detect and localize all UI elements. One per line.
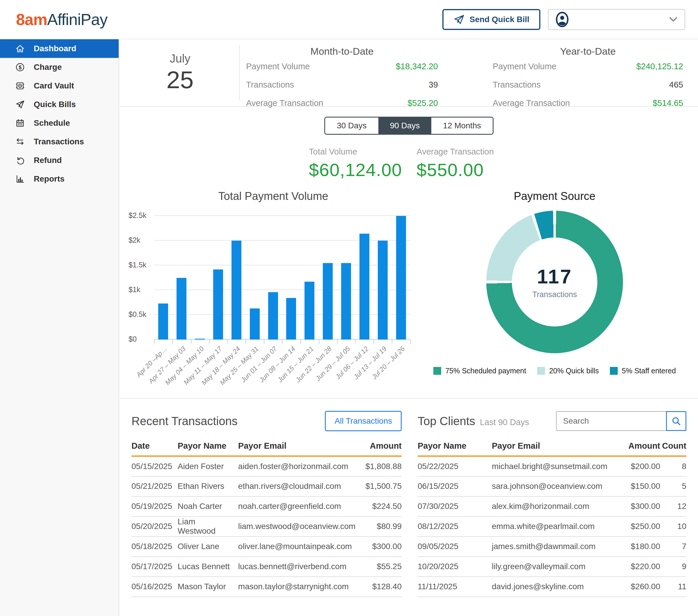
main-content: July 25 Month-to-Date Payment Volume$18,…: [120, 39, 698, 616]
table-row[interactable]: 08/12/2025emma.white@pearlmail.com$250.0…: [418, 517, 686, 536]
bar: [158, 303, 168, 340]
table-cell: Liam Westwood: [178, 517, 238, 536]
tab-90-days[interactable]: 90 Days: [378, 118, 432, 134]
search-icon: [671, 416, 681, 426]
y-axis-tick: $2.5k: [128, 211, 150, 220]
sidebar-item-schedule[interactable]: Schedule: [0, 114, 118, 133]
table-row[interactable]: 05/18/2025Oliver Laneoliver.lane@mountai…: [131, 536, 402, 557]
table-row[interactable]: 10/20/2025lily.green@valleymail.com$220.…: [418, 557, 686, 577]
sidebar-item-label: Charge: [34, 63, 62, 72]
swap-arrows-icon: [15, 137, 25, 147]
stat-row: Average Transaction$525.20: [246, 98, 438, 117]
table-cell: james.smith@dawnmail.com: [492, 536, 614, 557]
send-quick-bill-label: Send Quick Bill: [470, 15, 529, 24]
table-cell: michael.bright@sunsetmail.com: [492, 456, 614, 476]
table-row[interactable]: 05/21/2025Ethan Riversethan.rivers@cloud…: [131, 476, 402, 496]
period-totals: Total Volume $60,124.00 Average Transact…: [309, 147, 698, 180]
table-row[interactable]: 05/22/2025michael.bright@sunsetmail.com$…: [418, 456, 686, 476]
stat-label: Payment Volume: [493, 62, 556, 71]
legend-item: 5% Staff entered: [610, 367, 676, 375]
sidebar-item-charge[interactable]: $Charge: [0, 58, 118, 77]
search-button[interactable]: [666, 411, 686, 431]
table-cell: 05/21/2025: [131, 476, 178, 496]
bar-plot: $0$0.5k$1k$1.5k$2k$2.5k: [154, 216, 410, 340]
stat-label: Transactions: [493, 80, 541, 90]
table-row[interactable]: 05/16/2025Mason Taylormason.taylor@starr…: [131, 577, 402, 597]
column-header: Amount: [614, 441, 660, 456]
sidebar-item-refund[interactable]: Refund: [0, 151, 118, 170]
sidebar-item-transactions[interactable]: Transactions: [0, 133, 118, 151]
app-logo: 8amAffiniPay: [16, 10, 107, 29]
y-axis-tick: $1.5k: [128, 261, 150, 269]
stat-label: Average Transaction: [493, 98, 570, 108]
stat-label: Payment Volume: [246, 62, 310, 71]
range-tabs-row: 30 Days90 Days12 Months: [120, 117, 698, 135]
table-row[interactable]: 06/15/2025sara.johnson@oceanview.com$150…: [418, 476, 686, 496]
sidebar-nav: Dashboard$ChargeCard VaultQuick BillsSch…: [0, 39, 119, 616]
recent-transactions-title: Recent Transactions: [131, 415, 238, 428]
table-cell: $250.00: [614, 517, 660, 536]
month-to-date-stats: Month-to-Date Payment Volume$18,342.20Tr…: [246, 46, 438, 117]
sidebar-item-quick-bills[interactable]: Quick Bills: [0, 95, 118, 114]
dashboard-page: 8amAffiniPay Send Quick Bill Dashboard$C…: [0, 0, 698, 616]
table-cell: 05/18/2025: [131, 536, 178, 557]
user-menu-dropdown[interactable]: [548, 9, 685, 30]
sidebar-item-dashboard[interactable]: Dashboard: [0, 39, 118, 58]
top-clients-header-row: Payor NamePayor EmailAmountCount: [418, 441, 686, 456]
table-row[interactable]: 05/20/2025Liam Westwoodliam.westwood@oce…: [131, 517, 402, 536]
bar-chart-title: Total Payment Volume: [128, 190, 418, 203]
table-row[interactable]: 11/11/2025david.jones@skyline.com$260.00…: [418, 577, 686, 597]
table-cell: $220.00: [614, 557, 660, 577]
donut-ring: 117 Transactions: [486, 211, 623, 353]
table-row[interactable]: 09/05/2025james.smith@dawnmail.com$180.0…: [418, 536, 686, 557]
legend-label: 75% Scheduled payment: [445, 367, 526, 375]
all-transactions-button[interactable]: All Transactions: [325, 411, 402, 431]
bar: [286, 298, 296, 340]
table-row[interactable]: 07/30/2025alex.kim@horizonmail.com$300.0…: [418, 496, 686, 517]
range-tabs: 30 Days90 Days12 Months: [324, 117, 493, 135]
table-cell: ethan.rivers@cloudmail.com: [238, 476, 360, 496]
stat-row: Transactions465: [493, 80, 683, 98]
top-clients-subtitle: Last 90 Days: [480, 417, 529, 427]
logo-8am: 8am: [16, 10, 47, 29]
column-header: Count: [660, 441, 686, 456]
top-header: 8amAffiniPay Send Quick Bill: [0, 0, 698, 39]
table-row[interactable]: 05/17/2025Lucas Bennettlucas.bennett@riv…: [131, 557, 402, 577]
table-cell: lily.green@valleymail.com: [492, 557, 614, 577]
y-axis-tick: $0: [128, 335, 150, 343]
bar-chart-icon: [15, 174, 25, 184]
sidebar-item-label: Card Vault: [34, 81, 74, 91]
table-cell: alex.kim@horizonmail.com: [492, 496, 614, 517]
sidebar-item-label: Quick Bills: [34, 100, 76, 109]
tab-30-days[interactable]: 30 Days: [325, 118, 378, 134]
stats-divider: [239, 46, 240, 100]
bar: [360, 234, 369, 340]
table-cell: 7: [660, 536, 686, 557]
legend-swatch: [537, 367, 545, 375]
sidebar-item-reports[interactable]: Reports: [0, 170, 118, 188]
table-cell: $1,500.75: [360, 476, 402, 496]
table-row[interactable]: 05/15/2025Aiden Fosteraiden.foster@horiz…: [131, 456, 402, 476]
send-quick-bill-button[interactable]: Send Quick Bill: [442, 9, 540, 30]
table-cell: noah.carter@greenfield.com: [238, 496, 360, 517]
tab-12-months[interactable]: 12 Months: [431, 118, 493, 134]
column-header: Payor Name: [418, 441, 492, 456]
table-cell: 05/16/2025: [131, 577, 178, 597]
table-cell: $300.00: [360, 536, 402, 557]
table-cell: 10/20/2025: [418, 557, 492, 577]
vault-icon: [15, 81, 25, 91]
x-axis-label: Jul 20 – Jul 26: [371, 345, 407, 381]
column-header: Payor Name: [178, 441, 238, 456]
bar: [268, 292, 278, 340]
table-cell: Mason Taylor: [178, 577, 238, 597]
legend-item: 20% Quick bills: [537, 367, 599, 375]
legend-label: 5% Staff entered: [622, 367, 676, 375]
table-cell: 05/20/2025: [131, 517, 178, 536]
search-input[interactable]: [556, 411, 666, 431]
sidebar-item-card-vault[interactable]: Card Vault: [0, 77, 118, 95]
current-day-number: 25: [146, 66, 213, 94]
table-cell: sara.johnson@oceanview.com: [492, 476, 614, 496]
table-row[interactable]: 05/19/2025Noah Carternoah.carter@greenfi…: [131, 496, 402, 517]
bar: [232, 241, 241, 340]
table-cell: 11: [660, 577, 686, 597]
